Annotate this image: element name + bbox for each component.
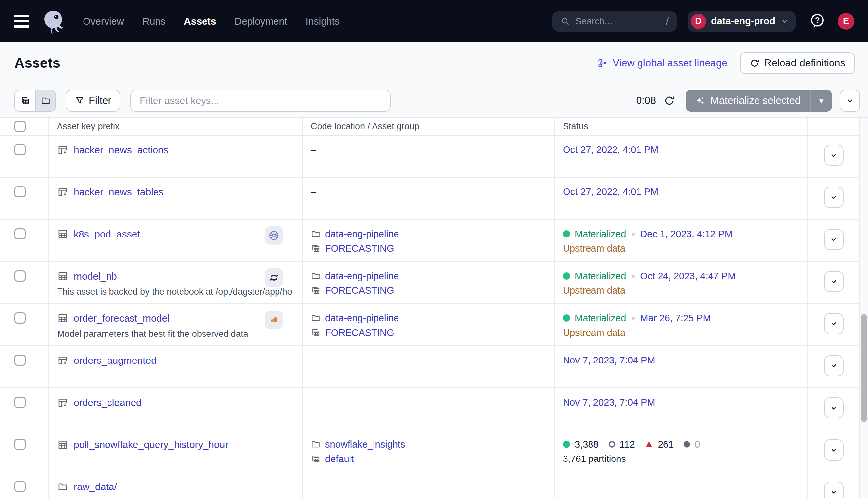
asset-group-link[interactable]: FORECASTING [325, 285, 394, 296]
assets-page: Overview Runs Assets Deployment Insights… [0, 0, 868, 498]
row-expand-button[interactable] [824, 397, 844, 418]
page-title: Assets [14, 55, 60, 71]
global-search[interactable]: / [552, 11, 677, 31]
materialized-partitions-count: 3,388 [575, 439, 599, 450]
filter-asset-keys-input[interactable] [130, 90, 391, 112]
view-global-asset-lineage-link[interactable]: View global asset lineage [598, 57, 727, 69]
location-empty-dash: – [311, 144, 316, 155]
asset-key-link[interactable]: k8s_pod_asset [74, 228, 140, 240]
materialization-date-link[interactable]: Dec 1, 2023, 4:12 PM [640, 228, 733, 239]
materialization-date-link[interactable]: Nov 7, 2023, 7:04 PM [563, 397, 655, 408]
reload-definitions-button[interactable]: Reload definitions [740, 52, 855, 74]
folder-icon [57, 481, 68, 493]
nav-item-overview[interactable]: Overview [83, 16, 124, 27]
status-empty-dash: – [563, 481, 569, 492]
row-expand-button[interactable] [824, 440, 844, 460]
view-mode-toggle [14, 90, 56, 112]
code-location-link[interactable]: data-eng-pipeline [325, 313, 399, 324]
asset-key-link[interactable]: model_nb [74, 271, 117, 282]
asset-group-link[interactable]: FORECASTING [325, 243, 394, 254]
row-expand-button[interactable] [824, 355, 844, 376]
search-input[interactable] [575, 16, 661, 27]
nav-item-deployment[interactable]: Deployment [235, 16, 287, 27]
column-header-asset-key-prefix: Asset key prefix [48, 118, 302, 135]
nav-item-runs[interactable]: Runs [142, 16, 165, 27]
asset-group-link[interactable]: default [325, 454, 354, 464]
code-location-link[interactable]: snowflake_insights [325, 439, 405, 450]
code-location-link[interactable]: data-eng-pipeline [325, 271, 399, 281]
asset-table-icon [57, 228, 68, 240]
menu-icon [14, 15, 29, 17]
asset-key-link[interactable]: hacker_news_actions [74, 144, 169, 156]
refresh-icon [664, 95, 675, 106]
row-checkbox[interactable] [14, 144, 26, 155]
asset-prefix-table-icon [57, 186, 68, 198]
row-checkbox[interactable] [14, 228, 26, 239]
location-empty-dash: – [311, 481, 316, 492]
dagster-logo-icon[interactable] [40, 8, 66, 35]
code-location-link[interactable]: data-eng-pipeline [325, 228, 399, 239]
table-row: hacker_news_tables – Oct 27, 2022, 4:01 … [0, 178, 859, 220]
notebook-icon [268, 271, 280, 284]
materialize-button-label: Materialize selected [710, 95, 801, 107]
compute-kind-badge [265, 226, 283, 245]
nav-item-insights[interactable]: Insights [306, 16, 339, 27]
row-expand-button[interactable] [824, 482, 844, 498]
help-button[interactable]: ? [810, 13, 825, 30]
asset-group-icon [311, 244, 321, 253]
user-avatar[interactable]: E [838, 13, 854, 30]
deployment-switcher[interactable]: D data-eng-prod [688, 11, 796, 31]
row-expand-button[interactable] [824, 187, 844, 208]
row-checkbox[interactable] [14, 186, 26, 197]
menu-button[interactable] [13, 14, 30, 28]
asset-key-link[interactable]: poll_snowflake_query_history_hour [74, 439, 228, 450]
top-nav: Overview Runs Assets Deployment Insights… [0, 0, 868, 42]
refresh-countdown: 0:08 [636, 95, 656, 107]
asset-key-link[interactable]: orders_augmented [74, 355, 157, 366]
row-checkbox[interactable] [14, 271, 26, 281]
upstream-data-note: Upstream data [563, 242, 807, 254]
asset-key-link[interactable]: orders_cleaned [74, 397, 142, 408]
folder-icon [311, 313, 321, 323]
filter-button[interactable]: Filter [66, 90, 120, 112]
asset-key-link[interactable]: raw_data/ [74, 481, 117, 493]
row-expand-button[interactable] [824, 229, 844, 250]
asset-group-link[interactable]: FORECASTING [325, 327, 394, 338]
materialization-date-link[interactable]: Oct 27, 2022, 4:01 PM [563, 144, 658, 155]
materialize-options-caret[interactable]: ▾ [811, 90, 832, 112]
materialization-date-link[interactable]: Oct 27, 2022, 4:01 PM [563, 186, 658, 197]
asset-group-icon [311, 328, 321, 338]
row-checkbox[interactable] [14, 313, 26, 324]
materialized-status-dot [563, 230, 570, 237]
toolbar-collapse-button[interactable] [840, 90, 860, 112]
row-checkbox[interactable] [14, 439, 26, 450]
chevron-down-icon [829, 193, 838, 202]
row-checkbox[interactable] [14, 355, 26, 366]
materialize-selected-button[interactable]: Materialize selected [685, 90, 810, 112]
flat-view-toggle-button[interactable] [15, 90, 35, 111]
materialization-date-link[interactable]: Nov 7, 2023, 7:04 PM [563, 355, 655, 366]
materialization-date-link[interactable]: Oct 24, 2023, 4:47 PM [640, 271, 735, 281]
asset-key-link[interactable]: hacker_news_tables [74, 186, 164, 198]
nav-item-assets[interactable]: Assets [184, 16, 216, 27]
asset-table-icon [57, 439, 68, 450]
select-all-checkbox[interactable] [14, 121, 26, 132]
row-expand-button[interactable] [824, 271, 844, 292]
refresh-button[interactable] [664, 95, 675, 106]
row-expand-button[interactable] [824, 313, 844, 334]
materialization-date-link[interactable]: Mar 26, 7:25 PM [640, 313, 710, 324]
row-checkbox[interactable] [14, 397, 26, 408]
materialized-status-label: Materialized [575, 313, 626, 324]
chevron-down-icon [829, 362, 838, 370]
directory-view-toggle-button[interactable] [35, 90, 55, 111]
page-header: Assets View global asset lineage Reload … [0, 42, 868, 84]
row-checkbox[interactable] [14, 481, 26, 492]
svg-text:?: ? [815, 16, 820, 25]
failed-partitions-count: 261 [658, 439, 674, 450]
upstream-data-note: Upstream data [563, 326, 807, 339]
row-expand-button[interactable] [824, 145, 844, 166]
chevron-down-icon [829, 446, 838, 454]
asset-prefix-table-icon [57, 397, 68, 408]
vertical-scrollbar-thumb[interactable] [861, 314, 867, 422]
asset-key-link[interactable]: order_forecast_model [74, 313, 170, 324]
